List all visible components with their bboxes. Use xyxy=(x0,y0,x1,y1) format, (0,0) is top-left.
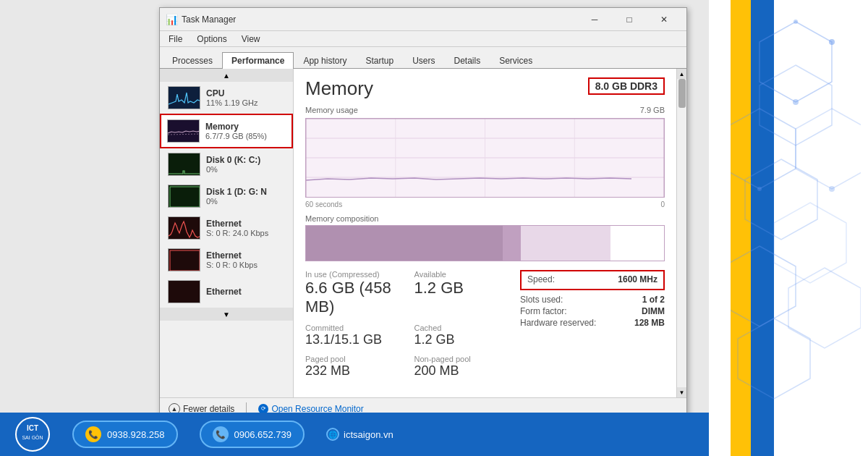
committed-block: Committed 13.1/15.1 GB xyxy=(305,324,400,347)
usage-label: Memory usage xyxy=(305,106,358,114)
scroll-up-btn[interactable]: ▲ xyxy=(677,69,687,79)
scroll-down-btn[interactable]: ▼ xyxy=(677,387,687,397)
paged-value: 232 MB xyxy=(305,363,400,379)
disk0-detail: 0% xyxy=(206,165,287,174)
spec-badge: 8.0 GB DDR3 xyxy=(588,77,665,95)
website-url: ictsaigon.vn xyxy=(344,429,393,440)
memory-composition-chart xyxy=(305,225,665,261)
phone2-button[interactable]: 📞 0906.652.739 xyxy=(200,421,305,448)
speed-label: Speed: xyxy=(527,274,555,284)
sidebar-item-cpu[interactable]: CPU 11% 1.19 GHz xyxy=(160,82,293,114)
phone2-number: 0906.652.739 xyxy=(234,429,292,440)
committed-cached-row: Committed 13.1/15.1 GB Cached 1.2 GB xyxy=(305,324,509,347)
slots-value: 1 of 2 xyxy=(642,295,665,305)
ethernet2-detail: S: 0 R: 0 Kbps xyxy=(206,261,287,269)
website-button[interactable]: 🌐 ictsaigon.vn xyxy=(326,428,393,441)
menu-view[interactable]: View xyxy=(236,33,266,46)
non-paged-value: 200 MB xyxy=(414,363,509,379)
tab-services[interactable]: Services xyxy=(490,52,542,69)
maximize-button[interactable]: □ xyxy=(613,8,646,31)
tab-performance[interactable]: Performance xyxy=(222,52,294,69)
globe-icon: 🌐 xyxy=(326,428,339,441)
usage-value: 7.9 GB xyxy=(640,106,665,116)
detail-scrollbar[interactable]: ▲ ▼ xyxy=(676,69,686,397)
minimize-button[interactable]: ─ xyxy=(578,8,611,31)
available-block: Available 1.2 GB xyxy=(414,270,509,316)
svg-marker-4 xyxy=(745,159,817,240)
ethernet2-label: Ethernet xyxy=(206,250,287,261)
memory-label: Memory xyxy=(205,122,286,132)
hw-reserved-label: Hardware reserved: xyxy=(520,318,596,328)
sidebar-scroll-down[interactable]: ▼ xyxy=(160,308,293,321)
phone1-number: 0938.928.258 xyxy=(107,429,165,440)
svg-marker-7 xyxy=(788,268,861,348)
memory-thumbnail xyxy=(167,119,200,143)
cpu-thumbnail xyxy=(168,86,200,109)
disk1-detail: 0% xyxy=(206,197,287,206)
detail-panel: Memory 8.0 GB DDR3 Memory usage 7.9 GB xyxy=(294,69,676,397)
sidebar-item-memory[interactable]: Memory 6.7/7.9 GB (85%) xyxy=(160,114,293,148)
chart-time-left: 60 seconds xyxy=(305,200,342,208)
tab-startup[interactable]: Startup xyxy=(356,52,403,69)
committed-label: Committed xyxy=(305,324,400,332)
svg-marker-0 xyxy=(760,22,832,102)
svg-rect-20 xyxy=(169,249,200,271)
logo-area: ICT SAI GÒN xyxy=(14,416,51,452)
sidebar-item-disk1[interactable]: Disk 1 (D: G: N 0% xyxy=(160,180,293,212)
form-row: Form factor: DIMM xyxy=(520,306,665,316)
composition-standby xyxy=(521,226,610,261)
svg-marker-3 xyxy=(796,109,861,189)
svg-point-10 xyxy=(793,20,798,24)
sidebar-scroll-up[interactable]: ▲ xyxy=(160,69,293,82)
svg-point-9 xyxy=(829,39,835,45)
ethernet2-thumbnail xyxy=(168,248,200,271)
menu-options[interactable]: Options xyxy=(191,33,232,46)
sidebar-item-ethernet2[interactable]: Ethernet S: 0 R: 0 Kbps xyxy=(160,244,293,276)
hw-reserved-row: Hardware reserved: 128 MB xyxy=(520,318,665,328)
title-bar: 📊 Task Manager ─ □ ✕ xyxy=(160,8,686,31)
svg-point-11 xyxy=(793,99,799,105)
svg-marker-5 xyxy=(774,203,846,283)
tab-app-history[interactable]: App history xyxy=(294,52,356,69)
phone1-button[interactable]: 📞 0938.928.258 xyxy=(72,421,178,448)
svg-rect-17 xyxy=(169,185,200,208)
tab-users[interactable]: Users xyxy=(403,52,444,69)
close-button[interactable]: ✕ xyxy=(647,8,681,31)
disk0-thumbnail xyxy=(168,153,200,176)
disk1-label: Disk 1 (D: G: N xyxy=(206,187,287,197)
bottom-bar: ICT SAI GÒN 📞 0938.928.258 📞 0906.652.73… xyxy=(0,413,709,456)
disk0-label: Disk 0 (K: C:) xyxy=(206,155,287,165)
cpu-detail: 11% 1.19 GHz xyxy=(206,98,287,107)
non-paged-label: Non-paged pool xyxy=(414,355,509,363)
phone1-icon: 📞 xyxy=(85,426,101,442)
svg-rect-22 xyxy=(169,281,200,303)
menu-file[interactable]: File xyxy=(163,33,188,46)
detail-header: Memory 8.0 GB DDR3 xyxy=(305,77,665,100)
cpu-label: CPU xyxy=(206,88,287,98)
svg-rect-14 xyxy=(169,87,200,109)
paged-nonpaged-row: Paged pool 232 MB Non-paged pool 200 MB xyxy=(305,355,509,379)
sidebar-item-ethernet3[interactable]: Ethernet xyxy=(160,276,293,308)
in-use-label: In use (Compressed) xyxy=(305,270,400,279)
available-value: 1.2 GB xyxy=(414,279,509,297)
slots-row: Slots used: 1 of 2 xyxy=(520,295,665,305)
speed-value: 1600 MHz xyxy=(618,274,658,284)
memory-usage-chart xyxy=(305,118,665,198)
tab-processes[interactable]: Processes xyxy=(163,52,222,69)
sidebar-item-ethernet1[interactable]: Ethernet S: 0 R: 24.0 Kbps xyxy=(160,212,293,244)
form-value: DIMM xyxy=(642,306,665,316)
composition-label: Memory composition xyxy=(305,214,665,223)
disk1-thumbnail xyxy=(168,185,200,208)
scroll-thumb[interactable] xyxy=(678,79,686,108)
non-paged-block: Non-paged pool 200 MB xyxy=(414,355,509,379)
svg-marker-6 xyxy=(731,246,796,326)
speed-row: Speed: 1600 MHz xyxy=(527,274,658,284)
paged-label: Paged pool xyxy=(305,355,400,363)
right-stats: Speed: 1600 MHz Slots used: 1 of 2 Form … xyxy=(520,270,665,386)
window-title: Task Manager xyxy=(182,14,578,25)
hw-reserved-value: 128 MB xyxy=(634,318,665,328)
paged-block: Paged pool 232 MB xyxy=(305,355,400,379)
in-use-available-row: In use (Compressed) 6.6 GB (458 MB) Avai… xyxy=(305,270,509,316)
sidebar-item-disk0[interactable]: Disk 0 (K: C:) 0% xyxy=(160,148,293,180)
tab-details[interactable]: Details xyxy=(444,52,490,69)
